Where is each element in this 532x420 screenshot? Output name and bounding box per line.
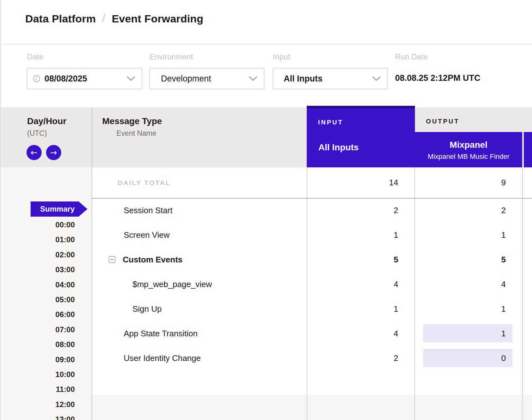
daily-total-label: DAILY TOTAL [92, 167, 307, 198]
table-row: Session Start 2 2 [1, 198, 532, 223]
output-column-name: Mixpanel [450, 140, 488, 150]
hour-label[interactable]: 12:00 [1, 400, 75, 409]
breadcrumb: Data Platform / Event Forwarding [25, 12, 204, 26]
event-name-subheader: Event Name [116, 129, 157, 138]
hour-label[interactable]: 13:00 [1, 415, 75, 420]
output-group-label: OUTPUT [426, 118, 459, 125]
mixpanel-count-highlighted: 1 [415, 321, 522, 346]
output-column-subtitle: Mixpanel MB Music Finder [428, 153, 509, 160]
output-column-header-next[interactable] [524, 132, 532, 167]
chevron-down-icon [372, 76, 381, 81]
input-column-name: All Inputs [318, 142, 415, 153]
row-label: Screen View [92, 223, 307, 247]
mixpanel-count: 2 [415, 198, 522, 223]
breadcrumb-section[interactable]: Data Platform [25, 13, 96, 25]
daily-total-input-count: 14 [307, 167, 414, 198]
input-column-accent-strip [307, 106, 415, 108]
chevron-down-icon [127, 76, 135, 81]
arrow-right-icon: → [50, 148, 57, 157]
table-row: App State Transition 4 1 [1, 321, 532, 346]
hour-label[interactable]: 11:00 [1, 385, 75, 394]
input-count: 2 [307, 198, 414, 223]
mixpanel-count: 1 [415, 223, 522, 247]
collapse-icon[interactable] [109, 256, 115, 263]
date-filter-label: Date [27, 52, 44, 61]
date-select[interactable]: 08/08/2025 [27, 68, 142, 89]
date-value: 08/08/2025 [44, 74, 87, 84]
arrow-left-icon: ← [31, 148, 38, 157]
row-label: $mp_web_page_view [92, 272, 307, 297]
mixpanel-count: 5 [415, 247, 522, 272]
day-hour-timezone: (UTC) [27, 129, 47, 138]
input-count: 2 [307, 346, 414, 370]
row-label: User Identity Change [92, 346, 307, 370]
input-count: 4 [307, 321, 414, 346]
input-group-label: INPUT [318, 119, 415, 126]
input-select[interactable]: All Inputs [273, 68, 388, 89]
input-count: 5 [307, 247, 414, 272]
input-count: 1 [307, 297, 414, 321]
group-row-label: Custom Events [123, 255, 182, 265]
header-divider [1, 44, 532, 45]
daily-total-row: DAILY TOTAL 14 9 [1, 167, 532, 198]
input-count: 1 [307, 223, 414, 247]
previous-day-button[interactable]: ← [27, 145, 42, 160]
run-date-label: Run Date [395, 52, 428, 61]
environment-value: Development [161, 74, 211, 84]
page-title: Event Forwarding [112, 13, 203, 25]
row-label: Sign Up [92, 297, 307, 321]
environment-filter-label: Environment [150, 52, 193, 61]
mixpanel-count-highlighted: 0 [415, 346, 522, 370]
mixpanel-count: 1 [415, 297, 522, 321]
table-row: $mp_web_page_view 4 4 [1, 272, 532, 297]
chevron-down-icon [249, 76, 257, 81]
message-type-header: Message Type [102, 116, 162, 126]
table-row-group: Custom Events 5 5 [1, 247, 532, 272]
row-label: Custom Events [92, 247, 307, 272]
table-row: User Identity Change 2 0 [1, 346, 532, 370]
daily-total-mixpanel-count: 9 [415, 167, 522, 198]
day-hour-header: Day/Hour [27, 116, 66, 126]
table-footer-band [92, 395, 532, 420]
row-label: App State Transition [92, 321, 307, 346]
table-row: Screen View 1 1 [1, 223, 532, 247]
hour-label[interactable]: 10:00 [1, 370, 75, 379]
event-forwarding-page: Data Platform / Event Forwarding Date En… [0, 0, 532, 420]
environment-select[interactable]: Development [149, 68, 264, 89]
row-label: Session Start [92, 198, 307, 223]
next-day-button[interactable]: → [46, 145, 61, 160]
table-row: Sign Up 1 1 [1, 297, 532, 321]
run-date-value: 08.08.25 2:12PM UTC [395, 73, 480, 83]
input-column-header[interactable]: INPUT All Inputs [307, 106, 415, 167]
mixpanel-count: 4 [415, 272, 522, 297]
input-count: 4 [307, 272, 414, 297]
breadcrumb-separator: / [102, 11, 106, 25]
clock-icon [33, 75, 40, 82]
input-value: All Inputs [284, 74, 322, 84]
output-column-header-mixpanel[interactable]: Mixpanel Mixpanel MB Music Finder [415, 132, 522, 167]
input-filter-label: Input [273, 52, 290, 61]
